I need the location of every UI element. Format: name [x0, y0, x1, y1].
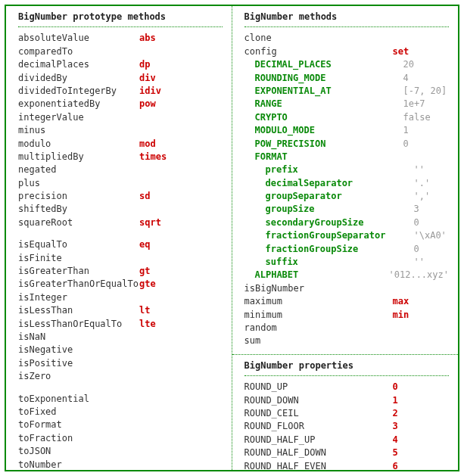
- method-name: isInteger: [18, 291, 139, 304]
- config-option-row[interactable]: groupSeparator',': [244, 190, 450, 203]
- property-row[interactable]: ROUND_HALF_DOWN5: [244, 446, 450, 459]
- method-name: maximum: [244, 295, 393, 308]
- method-row[interactable]: squareRootsqrt: [18, 216, 223, 229]
- property-row[interactable]: ROUND_CEIL2: [244, 407, 450, 420]
- method-alias: dp: [139, 58, 150, 71]
- method-row[interactable]: isFinite: [18, 252, 223, 265]
- config-option-row[interactable]: fractionGroupSize0: [244, 243, 450, 256]
- method-name: isZero: [18, 370, 139, 383]
- prototype-methods-group-1: absoluteValueabscomparedTodecimalPlacesd…: [18, 32, 223, 229]
- method-row[interactable]: comparedTo: [18, 45, 223, 58]
- property-row[interactable]: ROUND_HALF_UP4: [244, 434, 450, 446]
- property-name: ROUND_FLOOR: [244, 420, 393, 433]
- static-methods-list: cloneconfigsetDECIMAL_PLACES20ROUNDING_M…: [244, 32, 450, 347]
- method-row[interactable]: toFraction: [18, 432, 223, 445]
- method-row[interactable]: negated: [18, 163, 223, 176]
- property-name: ROUND_HALF_DOWN: [244, 446, 393, 459]
- config-option-row[interactable]: fractionGroupSeparator'\xA0': [244, 229, 450, 242]
- method-row[interactable]: precisionsd: [18, 190, 223, 203]
- config-option-name: ROUNDING_MODE: [255, 73, 326, 83]
- method-name: config: [244, 45, 393, 58]
- method-row[interactable]: dividedToIntegerByidiv: [18, 85, 223, 98]
- method-row[interactable]: multipliedBytimes: [18, 151, 223, 163]
- config-option-row[interactable]: secondaryGroupSize0: [244, 216, 450, 229]
- config-option-row[interactable]: CRYPTOfalse: [244, 111, 450, 124]
- method-alias: lt: [139, 304, 150, 317]
- method-row[interactable]: minus: [18, 124, 223, 137]
- static-method-row[interactable]: configset: [244, 45, 450, 58]
- config-option-row[interactable]: EXPONENTIAL_AT[-7, 20]: [244, 85, 450, 98]
- method-name: minimum: [244, 309, 393, 322]
- static-method-row[interactable]: random: [244, 322, 450, 334]
- property-name: ROUND_HALF_EVEN: [244, 460, 393, 471]
- config-option-default: [-7, 20]: [403, 85, 447, 98]
- static-method-row[interactable]: sum: [244, 334, 450, 347]
- config-option-row[interactable]: FORMAT: [244, 151, 450, 163]
- static-method-row[interactable]: clone: [244, 32, 450, 45]
- config-option-name: groupSize: [266, 204, 315, 214]
- method-row[interactable]: absoluteValueabs: [18, 32, 223, 45]
- config-option-row[interactable]: ROUNDING_MODE4: [244, 72, 450, 85]
- config-option-row[interactable]: decimalSeparator'.': [244, 177, 450, 190]
- static-method-row[interactable]: isBigNumber: [244, 282, 450, 295]
- method-row[interactable]: toNumber: [18, 459, 223, 471]
- property-name: ROUND_CEIL: [244, 407, 393, 420]
- method-row[interactable]: isEqualToeq: [18, 238, 223, 251]
- config-option-name: EXPONENTIAL_AT: [255, 86, 332, 96]
- config-option-default: '': [414, 163, 425, 176]
- property-row[interactable]: ROUND_UP0: [244, 381, 450, 394]
- config-option-row[interactable]: groupSize3: [244, 203, 450, 216]
- config-option-row[interactable]: ALPHABET'012...xyz': [244, 269, 450, 282]
- prototype-methods-header: BigNumber prototype methods: [18, 11, 223, 27]
- method-row[interactable]: plus: [18, 177, 223, 190]
- method-name: isGreaterThanOrEqualTo: [18, 278, 139, 291]
- method-row[interactable]: isLessThanlt: [18, 304, 223, 317]
- method-row[interactable]: toExponential: [18, 393, 223, 406]
- prototype-methods-column: BigNumber prototype methods absoluteValu…: [6, 6, 232, 470]
- method-row[interactable]: isLessThanOrEqualTolte: [18, 318, 223, 331]
- config-option-row[interactable]: suffix'': [244, 256, 450, 269]
- config-option-row[interactable]: RANGE1e+7: [244, 98, 450, 110]
- method-row[interactable]: isGreaterThanOrEqualTogte: [18, 278, 223, 291]
- method-row[interactable]: shiftedBy: [18, 203, 223, 216]
- config-option-row[interactable]: MODULO_MODE1: [244, 124, 450, 137]
- config-option-name: CRYPTO: [255, 112, 288, 123]
- config-option-row[interactable]: DECIMAL_PLACES20: [244, 58, 450, 71]
- method-row[interactable]: integerValue: [18, 111, 223, 124]
- method-name: isEqualTo: [18, 238, 139, 251]
- method-alias: mod: [139, 138, 156, 151]
- method-row[interactable]: isNaN: [18, 331, 223, 344]
- method-name: absoluteValue: [18, 32, 139, 45]
- method-name: decimalPlaces: [18, 58, 139, 71]
- method-row[interactable]: decimalPlacesdp: [18, 58, 223, 71]
- method-name: plus: [18, 177, 139, 190]
- method-row[interactable]: dividedBydiv: [18, 72, 223, 85]
- property-name: ROUND_UP: [244, 381, 393, 394]
- method-alias: max: [393, 295, 410, 308]
- method-row[interactable]: toFormat: [18, 418, 223, 431]
- method-row[interactable]: isPositive: [18, 357, 223, 370]
- static-method-row[interactable]: maximummax: [244, 295, 450, 308]
- method-row[interactable]: isInteger: [18, 291, 223, 304]
- property-row[interactable]: ROUND_DOWN1: [244, 394, 450, 407]
- property-value: 4: [393, 434, 398, 446]
- config-option-default: '.': [414, 177, 431, 190]
- config-option-row[interactable]: POW_PRECISION0: [244, 138, 450, 151]
- config-option-default: '': [414, 256, 425, 269]
- method-row[interactable]: modulomod: [18, 138, 223, 151]
- method-name: modulo: [18, 138, 139, 151]
- method-name: sum: [244, 334, 261, 347]
- static-method-row[interactable]: minimummin: [244, 309, 450, 322]
- property-row[interactable]: ROUND_FLOOR3: [244, 420, 450, 433]
- property-row[interactable]: ROUND_HALF_EVEN6: [244, 460, 450, 471]
- method-alias: lte: [139, 318, 156, 331]
- method-name: toFormat: [18, 418, 139, 431]
- method-row[interactable]: exponentiatedBypow: [18, 98, 223, 110]
- config-option-name: POW_PRECISION: [255, 138, 326, 149]
- method-row[interactable]: isGreaterThangt: [18, 265, 223, 278]
- method-row[interactable]: toJSON: [18, 445, 223, 458]
- method-row[interactable]: isNegative: [18, 344, 223, 356]
- method-row[interactable]: toFixed: [18, 406, 223, 418]
- method-row[interactable]: isZero: [18, 370, 223, 383]
- config-option-row[interactable]: prefix'': [244, 163, 450, 176]
